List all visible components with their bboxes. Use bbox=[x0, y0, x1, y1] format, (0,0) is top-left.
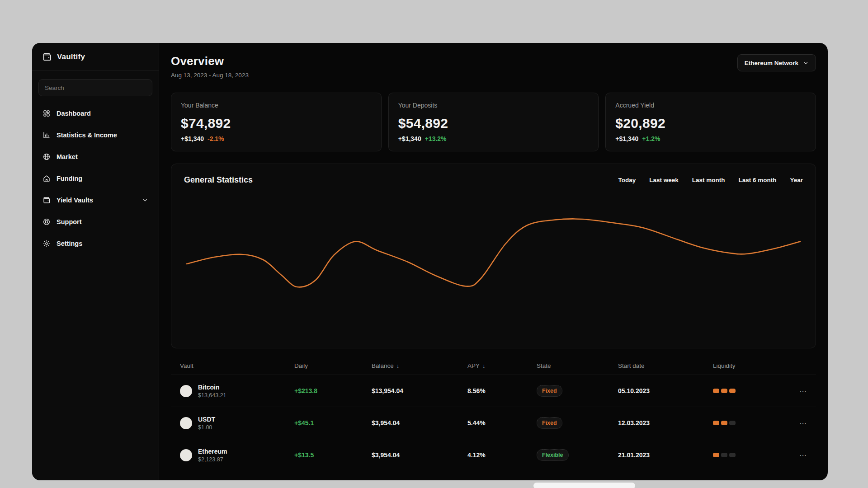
start-date-value: 05.10.2023 bbox=[618, 387, 713, 394]
chart-time-filters: Today Last week Last month Last 6 month … bbox=[618, 177, 803, 183]
balance-value: $3,954.04 bbox=[372, 419, 467, 427]
search-input[interactable] bbox=[38, 79, 152, 96]
filter-last-week[interactable]: Last week bbox=[649, 177, 679, 183]
apy-value: 5.44% bbox=[467, 419, 537, 427]
stat-card-value: $74,892 bbox=[181, 116, 372, 131]
stat-change-amount: +$1,340 bbox=[615, 135, 638, 142]
row-menu-button[interactable]: ⋯ bbox=[789, 419, 807, 427]
table-header-row: Vault Daily Balance ↓ APY ↓ State Start bbox=[171, 357, 816, 375]
stat-card-value: $54,892 bbox=[398, 116, 589, 131]
sidebar-item-label: Statistics & Income bbox=[57, 131, 117, 139]
balance-value: $13,954.04 bbox=[372, 387, 467, 394]
table-row-bitcoin[interactable]: Bitcoin $13,643.21 +$213.8 $13,954.04 8.… bbox=[171, 375, 816, 407]
ethereum-coin-icon bbox=[180, 449, 192, 461]
sort-desc-icon: ↓ bbox=[482, 362, 486, 369]
table-row-usdt[interactable]: USDT $1.00 +$45.1 $3,954.04 5.44% Fixed … bbox=[171, 407, 816, 439]
start-date-value: 12.03.2023 bbox=[618, 419, 713, 427]
wallet-icon bbox=[42, 196, 51, 204]
sidebar-item-label: Funding bbox=[57, 175, 82, 182]
liquidity-indicator bbox=[713, 453, 789, 457]
statistics-line-chart bbox=[184, 188, 803, 337]
vault-price: $2,123.87 bbox=[198, 456, 227, 463]
stat-card-value: $20,892 bbox=[615, 116, 806, 131]
table-row-ethereum[interactable]: Ethereum $2,123.87 +$13.5 $3,954.04 4.12… bbox=[171, 439, 816, 471]
scrollbar-thumb[interactable] bbox=[533, 483, 635, 488]
chart-title: General Statistics bbox=[184, 175, 253, 185]
general-statistics-panel: General Statistics Today Last week Last … bbox=[171, 164, 816, 348]
bar-chart-icon bbox=[42, 131, 51, 139]
state-badge: Flexible bbox=[537, 449, 569, 461]
filter-today[interactable]: Today bbox=[618, 177, 636, 183]
stat-card-deposits: Your Deposits $54,892 +$1,340 +13.2% bbox=[388, 93, 599, 151]
wallet-logo-icon bbox=[42, 52, 52, 62]
stat-card-label: Your Deposits bbox=[398, 102, 589, 109]
sidebar-item-settings[interactable]: Settings bbox=[38, 233, 152, 254]
usdt-coin-icon bbox=[180, 417, 192, 429]
vault-name: Bitcoin bbox=[198, 384, 226, 391]
sidebar: Vaultify Dashboard bbox=[32, 43, 159, 480]
date-range: Aug 13, 2023 - Aug 18, 2023 bbox=[171, 72, 249, 79]
home-icon bbox=[42, 174, 51, 183]
stat-cards-row: Your Balance $74,892 +$1,340 -2.1% Your … bbox=[171, 93, 816, 151]
vault-name: Ethereum bbox=[198, 448, 227, 455]
gear-icon bbox=[42, 239, 51, 248]
state-badge: Fixed bbox=[537, 385, 562, 397]
liquidity-indicator bbox=[713, 389, 789, 393]
sidebar-item-label: Yield Vaults bbox=[57, 197, 93, 204]
globe-icon bbox=[42, 153, 51, 161]
sidebar-item-statistics-income[interactable]: Statistics & Income bbox=[38, 124, 152, 146]
vault-name: USDT bbox=[198, 416, 215, 423]
state-badge: Fixed bbox=[537, 417, 562, 429]
bitcoin-coin-icon bbox=[180, 385, 192, 397]
stat-card-label: Accrued Yield bbox=[615, 102, 806, 109]
stat-change-amount: +$1,340 bbox=[181, 135, 204, 142]
column-header-liquidity: Liquidity bbox=[713, 362, 789, 369]
column-header-state: State bbox=[537, 362, 618, 369]
start-date-value: 21.01.2023 bbox=[618, 451, 713, 459]
column-header-apy[interactable]: APY ↓ bbox=[467, 362, 537, 369]
column-header-balance[interactable]: Balance ↓ bbox=[372, 362, 467, 369]
row-menu-button[interactable]: ⋯ bbox=[789, 387, 807, 395]
daily-change: +$213.8 bbox=[294, 387, 372, 394]
brand-logo: Vaultify bbox=[32, 43, 159, 71]
daily-change: +$13.5 bbox=[294, 451, 372, 459]
column-header-start-date: Start date bbox=[618, 362, 713, 369]
stat-change-percent: -2.1% bbox=[208, 135, 224, 142]
dashboard-grid-icon bbox=[42, 109, 51, 117]
sidebar-item-funding[interactable]: Funding bbox=[38, 168, 152, 189]
sidebar-item-market[interactable]: Market bbox=[38, 146, 152, 168]
brand-name: Vaultify bbox=[57, 52, 85, 61]
liquidity-indicator bbox=[713, 421, 789, 425]
page-title: Overview bbox=[171, 54, 249, 68]
row-menu-button[interactable]: ⋯ bbox=[789, 451, 807, 460]
filter-last-month[interactable]: Last month bbox=[692, 177, 725, 183]
page-header: Overview Aug 13, 2023 - Aug 18, 2023 Eth… bbox=[171, 54, 816, 79]
column-header-daily: Daily bbox=[294, 362, 372, 369]
stat-change-percent: +1.2% bbox=[642, 135, 660, 142]
sidebar-nav: Dashboard Statistics & Income Market bbox=[32, 99, 159, 258]
main-content: Overview Aug 13, 2023 - Aug 18, 2023 Eth… bbox=[159, 43, 828, 480]
lifebuoy-icon bbox=[42, 218, 51, 226]
app-window: Vaultify Dashboard bbox=[32, 43, 828, 480]
balance-value: $3,954.04 bbox=[372, 451, 467, 459]
apy-value: 4.12% bbox=[467, 451, 537, 459]
filter-year[interactable]: Year bbox=[790, 177, 803, 183]
vault-price: $13,643.21 bbox=[198, 392, 226, 399]
sidebar-item-support[interactable]: Support bbox=[38, 211, 152, 233]
vault-price: $1.00 bbox=[198, 424, 215, 431]
column-header-vault: Vault bbox=[180, 362, 294, 369]
sidebar-item-label: Support bbox=[57, 218, 82, 225]
apy-value: 8.56% bbox=[467, 387, 537, 394]
stat-change-amount: +$1,340 bbox=[398, 135, 421, 142]
chevron-down-icon bbox=[142, 197, 148, 203]
sort-desc-icon: ↓ bbox=[396, 362, 400, 369]
sidebar-item-yield-vaults[interactable]: Yield Vaults bbox=[38, 189, 152, 211]
stat-change-percent: +13.2% bbox=[425, 135, 447, 142]
chevron-down-icon bbox=[803, 60, 809, 66]
stat-card-label: Your Balance bbox=[181, 102, 372, 109]
sidebar-item-label: Settings bbox=[57, 240, 82, 247]
filter-last-6-month[interactable]: Last 6 month bbox=[738, 177, 776, 183]
network-selector[interactable]: Ethereum Network bbox=[737, 54, 816, 71]
sidebar-item-dashboard[interactable]: Dashboard bbox=[38, 103, 152, 124]
stat-card-yield: Accrued Yield $20,892 +$1,340 +1.2% bbox=[605, 93, 816, 151]
